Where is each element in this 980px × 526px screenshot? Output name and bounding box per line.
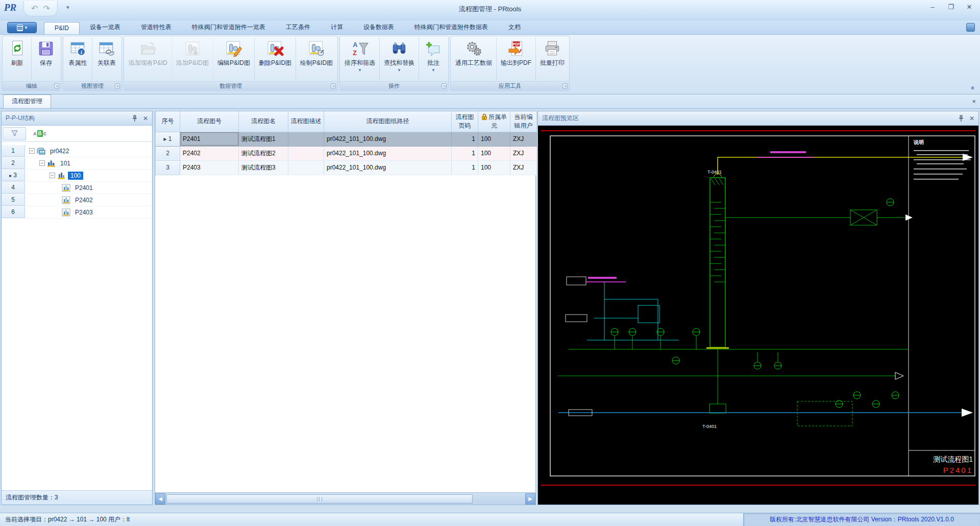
tree-row-pr0422[interactable]: 1 − pr0422 — [2, 145, 152, 157]
dialog-launcher-icon[interactable]: ↘ — [54, 83, 59, 88]
dialog-launcher-icon[interactable]: ↘ — [331, 83, 336, 88]
tab-pid[interactable]: P&ID — [44, 22, 80, 34]
tab-calculation[interactable]: 计算 — [321, 21, 353, 34]
tab-equipment-list[interactable]: 设备一览表 — [80, 21, 131, 34]
delete-pid-button[interactable]: 删除P&ID图 — [255, 37, 296, 80]
sort-filter-icon: AZ — [351, 40, 369, 57]
maximize-button[interactable]: ❐ — [945, 3, 957, 11]
tree-label: P2401 — [72, 184, 95, 192]
tab-pipe-properties[interactable]: 管道特性表 — [131, 21, 182, 34]
tree-row-101[interactable]: 2 − 101 — [2, 157, 152, 170]
plant-icon — [47, 159, 56, 168]
flowchart-preview-panel: 流程图预览区 ✕ 说明 — [537, 111, 979, 505]
table-row[interactable]: ▸ 1 P2401 测试流程图1 pr0422_101_100.dwg 1 10… — [156, 132, 537, 146]
scrollbar-thumb[interactable] — [166, 494, 473, 504]
close-panel-icon[interactable]: ✕ — [969, 115, 974, 122]
draw-pid-button[interactable]: 绘制P&ID图 — [296, 37, 337, 80]
add-pid-icon — [184, 40, 201, 57]
tab-special-valve-list[interactable]: 特殊阀门和管道附件一览表 — [182, 21, 276, 34]
export-pdf-button[interactable]: PDF 输出到PDF — [497, 37, 536, 80]
col-desc[interactable]: 流程图描述 — [288, 111, 324, 132]
refresh-button[interactable]: 刷新 — [3, 37, 32, 80]
window-style-icon[interactable] — [966, 23, 975, 32]
tree-label: 101 — [58, 159, 73, 168]
tree-row-p2403[interactable]: 6 P2403 — [2, 206, 152, 219]
tree-row-p2402[interactable]: 5 P2402 — [2, 194, 152, 206]
project-icon — [37, 147, 45, 155]
group-label-edit: 编辑 — [26, 83, 37, 89]
edit-pid-button[interactable]: 编辑P&ID图 — [213, 37, 255, 80]
document-tab-flowchart[interactable]: 流程图管理 — [3, 94, 51, 108]
drawing-icon — [62, 196, 70, 204]
ribbon-group-operations: AZ 排序和筛选 ▾ 查找和替换 ▾ 批注 ▾ 操作↘ — [339, 36, 449, 91]
svg-text:A: A — [353, 41, 357, 49]
ppu-panel-header: P-P-U结构 ✕ — [2, 111, 152, 126]
col-page[interactable]: 流程图页码 — [452, 111, 478, 132]
edit-pid-icon — [225, 40, 242, 57]
tree-label: P2402 — [72, 196, 95, 204]
add-existing-pid-button: 添加现有P&ID — [125, 37, 172, 80]
filter-funnel-button[interactable] — [3, 127, 26, 140]
sort-filter-button[interactable]: AZ 排序和筛选 ▾ — [340, 37, 380, 80]
save-button[interactable]: 保存 — [32, 37, 60, 80]
tree-row-100[interactable]: ▸3 − 100 — [2, 170, 152, 182]
add-pid-button: 添加P&ID图 — [172, 37, 213, 80]
window-title: 流程图管理 - PRtools — [0, 5, 980, 14]
dialog-launcher-icon[interactable]: ↘ — [562, 83, 568, 88]
minimize-button[interactable]: – — [927, 3, 938, 11]
horizontal-scrollbar[interactable]: ◀ ▶ — [155, 492, 535, 505]
col-name[interactable]: 流程图名 — [239, 111, 288, 132]
tree-footer-count: 流程图管理数量：3 — [2, 490, 152, 505]
col-no[interactable]: 流程图号 — [180, 111, 239, 132]
tab-process-conditions[interactable]: 工艺条件 — [276, 21, 321, 34]
ppu-tree: 1 − pr0422 2 − 101 ▸3 − 100 4 — [2, 145, 152, 490]
collapse-toggle[interactable]: − — [39, 160, 45, 166]
pid-preview-canvas[interactable]: 说明 T-0401 T-0401 — [538, 126, 978, 505]
find-replace-button[interactable]: 查找和替换 ▾ — [380, 37, 419, 80]
batch-print-button[interactable]: 批量打印 — [536, 37, 569, 80]
group-label-data: 数据管理 — [219, 83, 242, 89]
tree-row-p2401[interactable]: 4 P2401 — [2, 182, 152, 194]
drawing-name: 测试流程图1 — [933, 455, 973, 463]
flowchart-table-panel: 序号 流程图号 流程图名 流程图描述 流程图图纸路径 流程图页码 所属单元 当前… — [155, 111, 536, 505]
dropdown-arrow-icon: ▾ — [359, 68, 361, 71]
ribbon-collapse-icon[interactable]: » — [968, 86, 976, 90]
close-panel-icon[interactable]: ✕ — [143, 115, 148, 122]
process-data-button[interactable]: 通用工艺数据 — [451, 37, 497, 80]
collapse-toggle[interactable]: − — [29, 148, 35, 154]
col-path[interactable]: 流程图图纸路径 — [324, 111, 452, 132]
tab-equipment-datasheet[interactable]: 设备数据表 — [353, 21, 404, 34]
dropdown-arrow-icon: ▾ — [398, 68, 401, 71]
linked-table-button[interactable]: 关联表 — [92, 37, 121, 80]
collapse-toggle[interactable]: − — [50, 173, 55, 178]
table-row[interactable]: 2 P2402 测试流程图2 pr0422_101_100.dwg 1 100 … — [156, 146, 537, 160]
window-controls: – ❐ ✕ — [927, 3, 975, 11]
dialog-launcher-icon[interactable]: ↘ — [442, 83, 447, 88]
comment-button[interactable]: 批注 ▾ — [419, 37, 448, 80]
col-editor[interactable]: 当前编辑用户 — [510, 111, 537, 132]
pin-icon[interactable] — [958, 115, 964, 122]
col-unit[interactable]: 所属单元 — [478, 111, 510, 132]
dialog-launcher-icon[interactable]: ↘ — [115, 83, 120, 88]
document-close-icon[interactable]: × — [972, 98, 976, 105]
table-row[interactable]: 3 P2403 测试流程图3 pr0422_101_100.dwg 1 100 … — [156, 160, 537, 175]
pin-icon[interactable] — [132, 115, 138, 122]
table-header-row: 序号 流程图号 流程图名 流程图描述 流程图图纸路径 流程图页码 所属单元 当前… — [156, 111, 537, 132]
drawing-icon — [62, 184, 70, 192]
scroll-right-icon[interactable]: ▶ — [525, 493, 535, 505]
application-menu-button[interactable]: ▾ — [7, 22, 37, 33]
tab-document[interactable]: 文档 — [498, 21, 531, 34]
ppu-structure-panel: P-P-U结构 ✕ ABC 1 − pr0422 2 − 101 — [1, 111, 153, 505]
save-icon — [37, 40, 55, 57]
close-button[interactable]: ✕ — [964, 3, 975, 11]
abc-filter-icon[interactable]: ABC — [33, 130, 46, 137]
linked-table-icon — [98, 40, 115, 57]
col-seq[interactable]: 序号 — [156, 111, 180, 132]
tab-special-valve-datasheet[interactable]: 特殊阀门和管道附件数据表 — [404, 21, 498, 34]
title-bar: PR ↶ ↷ ▾ 流程图管理 - PRtools – ❐ ✕ — [0, 0, 980, 20]
process-data-icon — [465, 40, 482, 57]
table-properties-button[interactable]: i 表属性 — [64, 37, 92, 80]
scroll-left-icon[interactable]: ◀ — [155, 493, 165, 505]
status-selection: 当前选择项目：pr0422 → 101 → 100 用户：lt — [0, 515, 130, 524]
tree-filter-row: ABC — [2, 126, 152, 142]
